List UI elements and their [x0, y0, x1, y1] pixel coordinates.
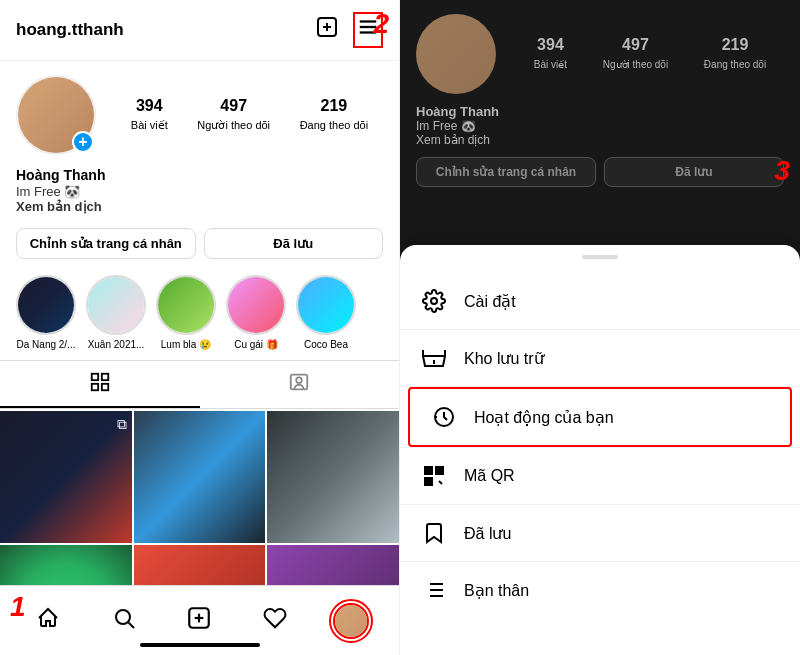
- highlight-circle-3: [156, 275, 216, 335]
- dim-stats: 394 Bài viết 497 Người theo dõi 219 Đang…: [516, 36, 784, 72]
- stat-following[interactable]: 219 Đang theo dõi: [300, 97, 369, 133]
- stat-posts[interactable]: 394 Bài viết: [131, 97, 168, 133]
- saved-button[interactable]: Đã lưu: [204, 228, 384, 259]
- menu-item-ma-qr[interactable]: Mã QR: [400, 448, 800, 504]
- add-nav-icon: [186, 605, 212, 637]
- dim-stat-following: 219 Đang theo dõi: [704, 36, 766, 72]
- stat-followers-num: 497: [197, 97, 270, 115]
- home-indicator: [140, 643, 260, 647]
- menu-item-hoat-dong[interactable]: Hoạt động của bạn: [408, 387, 792, 447]
- stat-posts-num: 394: [131, 97, 168, 115]
- cai-dat-label: Cài đặt: [464, 292, 516, 311]
- photo-cell[interactable]: [134, 411, 266, 543]
- photo-cell[interactable]: ⧉: [0, 411, 132, 543]
- dim-stat-posts-label: Bài viết: [534, 59, 567, 70]
- right-panel: 394 Bài viết 497 Người theo dõi 219 Đang…: [400, 0, 800, 655]
- dim-stat-posts: 394 Bài viết: [534, 36, 567, 72]
- heart-icon: [263, 606, 287, 636]
- hoat-dong-label: Hoạt động của bạn: [474, 408, 614, 427]
- highlight-circle-4: [226, 275, 286, 335]
- dim-edit-button: Chỉnh sửa trang cá nhân: [416, 157, 596, 187]
- activity-icon: [430, 403, 458, 431]
- add-post-button[interactable]: [315, 15, 339, 45]
- svg-rect-24: [438, 469, 441, 472]
- home-icon: [36, 606, 60, 636]
- photo-cell[interactable]: [267, 411, 399, 543]
- bottom-sheet: Cài đặt Kho lưu trữ: [400, 245, 800, 655]
- highlight-item[interactable]: Xuân 2021...: [86, 275, 146, 350]
- highlight-item[interactable]: Da Nang 2/...: [16, 275, 76, 350]
- qr-icon: [420, 462, 448, 490]
- tab-tagged[interactable]: [200, 361, 400, 408]
- highlight-label-3: Lum bla 😢: [161, 339, 211, 350]
- action-buttons: Chỉnh sửa trang cá nhân Đã lưu: [0, 222, 399, 265]
- svg-point-12: [116, 610, 130, 624]
- dim-action-btns: Chỉnh sửa trang cá nhân Đã lưu: [400, 149, 800, 195]
- da-luu-label: Đã lưu: [464, 524, 511, 543]
- avatar-wrap: +: [16, 75, 96, 155]
- dim-saved-button: Đã lưu: [604, 157, 784, 187]
- nav-avatar: [333, 603, 369, 639]
- svg-point-11: [297, 377, 303, 383]
- svg-point-17: [431, 298, 437, 304]
- ma-qr-label: Mã QR: [464, 467, 515, 485]
- multi-post-icon: ⧉: [117, 416, 127, 433]
- profile-section: + 394 Bài viết 497 Người theo dõi 219 Đa…: [0, 61, 399, 165]
- nav-add-button[interactable]: [177, 599, 221, 643]
- badge-2: 2: [373, 8, 389, 40]
- left-panel: hoang.tthanh: [0, 0, 400, 655]
- highlights-row: Da Nang 2/... Xuân 2021... Lum bla 😢 Cu …: [0, 265, 399, 360]
- svg-line-30: [439, 481, 442, 484]
- dim-profile-row: 394 Bài viết 497 Người theo dõi 219 Đang…: [400, 0, 800, 102]
- nav-search-button[interactable]: [102, 599, 146, 643]
- menu-item-cai-dat[interactable]: Cài đặt: [400, 273, 800, 329]
- svg-line-13: [128, 622, 134, 628]
- settings-icon: [420, 287, 448, 315]
- stat-followers-label: Người theo dõi: [197, 119, 270, 131]
- header: hoang.tthanh: [0, 0, 399, 61]
- stats-row: 394 Bài viết 497 Người theo dõi 219 Đang…: [116, 97, 383, 133]
- stat-following-num: 219: [300, 97, 369, 115]
- ban-than-label: Bạn thân: [464, 581, 529, 600]
- svg-rect-9: [102, 384, 108, 390]
- translate-link[interactable]: Xem bản dịch: [16, 199, 383, 214]
- sheet-handle: [582, 255, 618, 259]
- highlight-label-4: Cu gái 🎁: [234, 339, 278, 350]
- profile-bio: Im Free 🐼: [16, 184, 383, 199]
- username: hoang.tthanh: [16, 20, 124, 40]
- nav-heart-button[interactable]: [253, 599, 297, 643]
- highlight-label-1: Da Nang 2/...: [17, 339, 76, 350]
- svg-rect-25: [427, 480, 430, 483]
- tab-row: [0, 360, 399, 409]
- dim-stat-following-num: 219: [704, 36, 766, 54]
- nav-profile-button[interactable]: [329, 599, 373, 643]
- highlight-label-2: Xuân 2021...: [88, 339, 145, 350]
- stat-followers[interactable]: 497 Người theo dõi: [197, 97, 270, 133]
- archive-icon: [420, 344, 448, 372]
- bookmark-icon: [420, 519, 448, 547]
- dim-stat-followers: 497 Người theo dõi: [603, 36, 668, 72]
- highlight-item[interactable]: Coco Bea: [296, 275, 356, 350]
- dim-translate: Xem bản dịch: [416, 133, 784, 147]
- menu-item-ban-than[interactable]: Bạn thân: [400, 562, 800, 618]
- search-icon: [112, 606, 136, 636]
- person-tag-icon: [288, 371, 310, 396]
- highlight-circle-2: [86, 275, 146, 335]
- svg-rect-8: [92, 384, 98, 390]
- menu-item-da-luu[interactable]: Đã lưu: [400, 505, 800, 561]
- dim-stat-posts-num: 394: [534, 36, 567, 54]
- highlight-circle-5: [296, 275, 356, 335]
- badge-1: 1: [10, 591, 26, 623]
- highlight-item[interactable]: Cu gái 🎁: [226, 275, 286, 350]
- menu-item-kho-luu-tru[interactable]: Kho lưu trữ: [400, 330, 800, 386]
- dim-stat-followers-num: 497: [603, 36, 668, 54]
- highlight-item[interactable]: Lum bla 😢: [156, 275, 216, 350]
- tab-grid[interactable]: [0, 361, 200, 408]
- svg-rect-6: [92, 374, 98, 380]
- svg-rect-7: [102, 374, 108, 380]
- kho-luu-tru-label: Kho lưu trữ: [464, 349, 544, 368]
- edit-profile-button[interactable]: Chỉnh sửa trang cá nhân: [16, 228, 196, 259]
- nav-home-button[interactable]: [26, 599, 70, 643]
- avatar-add-button[interactable]: +: [72, 131, 94, 153]
- list-icon: [420, 576, 448, 604]
